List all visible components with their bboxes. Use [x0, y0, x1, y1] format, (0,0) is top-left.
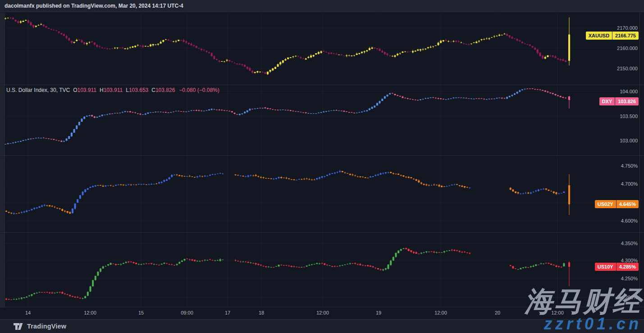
panel-dxy[interactable]: [0, 85, 644, 155]
time-axis-label: 12:00: [434, 310, 447, 315]
price-tag-value: 2166.775: [612, 32, 639, 40]
symbol-legend: U.S. Dollar Index, 30, TVC O103.911H103.…: [6, 87, 219, 93]
gridlines: [5, 13, 639, 85]
panel-separator: [0, 155, 644, 156]
price-tag-symbol: DXY: [599, 97, 615, 105]
legend-ohlc-values: O103.911H103.911L103.653C103.826: [73, 87, 175, 93]
candlestick-series-dxy: [0, 85, 644, 155]
gridlines: [5, 155, 639, 232]
tradingview-logo-icon[interactable]: [14, 323, 23, 330]
time-axis-label: 18: [259, 310, 264, 315]
chart-area: U.S. Dollar Index, 30, TVC O103.911H103.…: [0, 13, 644, 307]
price-tick-label-us02y: 4.750%: [621, 163, 638, 169]
price-tag-value: 4.285%: [616, 263, 639, 271]
legend-item: L103.653: [126, 87, 148, 93]
price-tag-us02y[interactable]: US02Y4.645%: [595, 200, 639, 208]
price-tick-label-xauusd: 2170.000: [617, 25, 638, 31]
price-tick-label-us10y: 4.350%: [621, 240, 638, 246]
legend-item: O103.911: [73, 87, 96, 93]
price-tag-value: 103.826: [615, 97, 639, 105]
publish-header: dacolmanfx published on TradingView.com,…: [0, 0, 644, 12]
gridlines: [5, 85, 639, 155]
legend-item: H103.911: [100, 87, 123, 93]
candlestick-series-xauusd: [0, 13, 644, 85]
price-tick-label-xauusd: 2160.000: [617, 45, 638, 51]
legend-item: C103.826: [151, 87, 175, 93]
price-tag-value: 4.645%: [616, 200, 639, 208]
price-tag-dxy[interactable]: DXY103.826: [599, 97, 639, 105]
time-axis-label: 12:00: [84, 310, 96, 315]
tradingview-brand-link[interactable]: TradingView: [27, 323, 66, 330]
price-tick-label-dxy: 103.500: [620, 113, 638, 119]
time-axis-label: 12:00: [316, 310, 329, 315]
price-tag-xauusd[interactable]: XAUUSD2166.775: [586, 32, 639, 40]
price-tick-label-us10y: 4.250%: [621, 275, 638, 282]
price-tick-label-xauusd: 2150.000: [617, 65, 638, 72]
legend-title: U.S. Dollar Index, 30, TVC: [6, 87, 70, 93]
panel-separator: [0, 85, 644, 85]
price-tick-label-dxy: 103.000: [620, 137, 638, 144]
panel-us02y[interactable]: [0, 155, 644, 232]
price-tag-symbol: US02Y: [595, 200, 616, 208]
watermark-url-text: zzrt01.cn: [544, 316, 642, 332]
watermark-cjk-text: 海马财经: [525, 287, 642, 315]
panel-xauusd[interactable]: [0, 13, 644, 85]
price-tag-symbol: XAUUSD: [586, 32, 612, 40]
price-tick-label-us02y: 4.700%: [621, 181, 638, 187]
time-axis-label: 20: [495, 310, 500, 315]
time-axis-label: 19: [376, 310, 381, 315]
price-tag-symbol: US10Y: [595, 263, 616, 271]
time-axis-label: 17: [225, 310, 230, 315]
price-tick-label-dxy: 104.000: [620, 88, 638, 95]
time-axis-label: 14: [25, 310, 31, 315]
legend-change: −0.080 (−0.08%): [179, 87, 219, 93]
candlestick-series-us02y: [0, 155, 644, 232]
time-axis-label: 09:00: [181, 310, 193, 315]
price-tick-label-us02y: 4.600%: [621, 218, 638, 224]
tradingview-published-chart: dacolmanfx published on TradingView.com,…: [0, 0, 644, 333]
publish-attribution: dacolmanfx published on TradingView.com,…: [5, 3, 183, 9]
time-axis-label: 15: [138, 310, 144, 315]
panel-separator: [0, 232, 644, 233]
price-tag-us10y[interactable]: US10Y4.285%: [595, 263, 639, 271]
